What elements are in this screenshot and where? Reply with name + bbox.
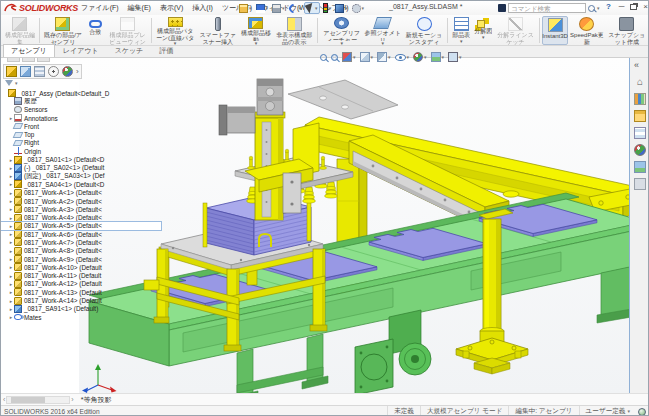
tree-item[interactable]: ▸_0817_SA01<1> (Default<D	[1, 155, 161, 163]
minimize-button[interactable]: ─	[619, 2, 625, 12]
close-button[interactable]: ×	[643, 2, 648, 12]
folder-tab-icon[interactable]	[634, 110, 646, 122]
palette-tab-icon[interactable]	[634, 127, 646, 139]
dropdown-arrow-icon[interactable]: ▾	[353, 55, 356, 60]
filter-funnel-icon[interactable]	[5, 80, 13, 86]
props-tab-icon[interactable]	[634, 178, 646, 190]
scene-tab-icon[interactable]	[634, 161, 646, 173]
menu-item[interactable]: 表示(V)	[160, 3, 183, 13]
orientation-button[interactable]: ▾	[360, 52, 374, 62]
dropdown-arrow-icon[interactable]: ▾	[249, 6, 252, 11]
collapse-chevron-icon[interactable]: «	[634, 61, 646, 71]
tree-item[interactable]: ▸0817_Work-A<14> (Default	[1, 296, 161, 304]
dropdown-arrow-icon[interactable]: ▾	[424, 55, 427, 60]
section-button[interactable]: ▾	[342, 52, 356, 62]
tab-スケッチ[interactable]: スケッチ	[107, 44, 152, 57]
items-button[interactable]: ▾	[395, 54, 410, 61]
tree-item[interactable]: ▸Annotations	[1, 114, 161, 122]
propmgr-tab-icon[interactable]	[20, 66, 31, 77]
view-orientation-tab[interactable]: *等角投影	[81, 395, 112, 405]
tab-レイアウト[interactable]: レイアウト	[55, 44, 107, 57]
dropdown-arrow-icon[interactable]: ▾	[460, 39, 463, 43]
ribbon-button-mate[interactable]: 合致	[84, 16, 106, 45]
dropdown-arrow-icon[interactable]: ▾	[371, 55, 374, 60]
dropdown-arrow-icon[interactable]: ▾	[388, 55, 391, 60]
rebuild-button[interactable]: ▾	[322, 2, 333, 14]
dropdown-arrow-icon[interactable]: ▾	[255, 41, 258, 45]
ribbon-button-asmfeature[interactable]: アセンブリフィーチャー▾	[320, 16, 363, 45]
search-dropdown-arrow[interactable]: ▾	[597, 6, 600, 11]
dropdown-arrow-icon[interactable]: ▾	[345, 6, 348, 11]
dropdown-arrow-icon[interactable]: ▾	[627, 409, 630, 414]
tree-item[interactable]: ▸0817_Work-A<9> (Default<	[1, 255, 161, 263]
tree-item[interactable]: ▸0817_Work-A<3> (Default<	[1, 205, 161, 213]
settings-button[interactable]: ▾	[448, 52, 462, 62]
ribbon-button-pattern[interactable]: 構成部品パターン(直線パターン)▾	[154, 16, 197, 45]
tree-item[interactable]: Front	[1, 122, 161, 130]
options-button[interactable]: ▾	[351, 2, 366, 14]
panel-chevron-icon[interactable]: ›	[76, 66, 79, 77]
tree-item[interactable]: ▸_0817_SA91<1> (Default)	[1, 305, 161, 313]
ribbon-button-refgeom[interactable]: 参照ジオメトリ▾	[363, 16, 403, 45]
tree-item[interactable]: ▸0817_Work-A<8> (Default<	[1, 247, 161, 255]
dropdown-arrow-icon[interactable]: ▾	[282, 6, 285, 11]
dropdown-arrow-icon[interactable]: ▾	[382, 41, 385, 45]
tree-item[interactable]: ▸0817_Work-A<10> (Default	[1, 263, 161, 271]
tree-item[interactable]: 履歴	[1, 97, 161, 105]
scroll-right-icon[interactable]: ›	[70, 396, 74, 404]
filter-dropdown-arrow[interactable]: ▾	[15, 81, 18, 86]
print-button[interactable]: ▾	[271, 2, 286, 14]
style-button[interactable]: ▾	[377, 52, 391, 62]
menu-item[interactable]: 編集(E)	[128, 3, 151, 13]
tree-item[interactable]: ▸Mates	[1, 313, 161, 321]
ribbon-button-instant3d[interactable]: Instant3D	[542, 16, 569, 45]
dispmgr-tab-icon[interactable]	[62, 66, 73, 77]
open-button[interactable]: ▾	[238, 2, 253, 14]
dropdown-arrow-icon[interactable]: ▾	[407, 55, 410, 60]
ribbon-button-explode[interactable]: 分解図▾	[472, 16, 494, 45]
select-button[interactable]: ▾	[304, 2, 320, 14]
splitter-tab[interactable]	[7, 58, 20, 62]
dropdown-arrow-icon[interactable]: ▾	[362, 6, 365, 11]
tree-item[interactable]: ▸0817_Work-A<7> (Default<	[1, 238, 161, 246]
dropdown-arrow-icon[interactable]: ▾	[442, 55, 445, 60]
dimxpert-tab-icon[interactable]	[48, 66, 59, 77]
z-axis-motor[interactable]	[257, 79, 283, 115]
save-button[interactable]: ▾	[255, 2, 270, 14]
search-icon[interactable]	[588, 5, 595, 12]
y-axis-motor[interactable]	[219, 105, 255, 135]
graphics-viewport[interactable]: ▾▾▾▾▾▾▾	[79, 58, 629, 393]
restore-button[interactable]	[630, 4, 637, 10]
menu-item[interactable]: 挿入(I)	[192, 3, 213, 13]
ribbon-button-snapshot[interactable]: スナップショット作成	[605, 16, 648, 45]
dropdown-arrow-icon[interactable]: ▾	[315, 6, 318, 11]
scrollbar-track[interactable]	[6, 396, 70, 404]
tab-アセンブリ[interactable]: アセンブリ	[3, 44, 55, 57]
search-input[interactable]: コマンド検索	[508, 3, 586, 13]
status-globe-icon[interactable]	[638, 408, 646, 416]
appearance-button[interactable]: ▾	[334, 2, 349, 14]
undo-button[interactable]: ▾	[288, 2, 303, 14]
dropdown-arrow-icon[interactable]: ▾	[299, 6, 302, 11]
dropdown-arrow-icon[interactable]: ▾	[482, 35, 485, 39]
status-item[interactable]: ユーザー定義▾	[579, 406, 636, 416]
splitter-tab[interactable]	[37, 58, 50, 62]
tab-評価[interactable]: 評価	[151, 44, 181, 57]
library-tab-icon[interactable]	[634, 93, 646, 105]
tree-item[interactable]: Top	[1, 130, 161, 138]
tree-item[interactable]: Right	[1, 139, 161, 147]
gantry-top-bracket[interactable]	[288, 80, 398, 119]
ribbon-button-showhidden[interactable]: 非表示構成部品の表示	[273, 16, 316, 45]
tree-item[interactable]: Sensors	[1, 106, 161, 114]
tree-item[interactable]: ▸0817_Work-A<12> (Default	[1, 280, 161, 288]
tree-item[interactable]: ▸0817_Work-A<2> (Default<	[1, 197, 161, 205]
horizontal-scrollbar[interactable]: ‹ ›	[2, 395, 75, 404]
help-button[interactable]: ?	[606, 2, 611, 11]
dropdown-arrow-icon[interactable]: ▾	[459, 55, 462, 60]
ribbon-button-movecomp[interactable]: 構成部品移動▾	[239, 16, 273, 45]
ribbon-button-fastener[interactable]: スマートファスナー挿入	[196, 16, 239, 45]
dropdown-arrow-icon[interactable]: ▾	[266, 6, 269, 11]
zoomfit-button[interactable]	[320, 54, 327, 61]
tree-item[interactable]: ▸0817_Work-A<13> (Default	[1, 288, 161, 296]
scrollbar-thumb[interactable]	[11, 397, 45, 403]
